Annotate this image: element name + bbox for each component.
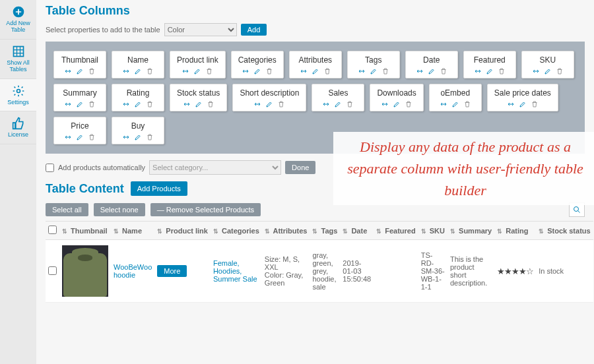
trash-icon[interactable] — [498, 67, 506, 75]
edit-icon[interactable] — [544, 67, 552, 75]
move-icon[interactable] — [182, 67, 189, 75]
trash-icon[interactable] — [146, 67, 154, 75]
column-card[interactable]: Categories — [231, 51, 284, 78]
edit-icon[interactable] — [428, 67, 436, 75]
move-icon[interactable] — [474, 67, 482, 75]
table-header[interactable]: ⇅ Name — [111, 222, 154, 240]
trash-icon[interactable] — [88, 100, 96, 108]
move-icon[interactable] — [322, 100, 330, 108]
trash-icon[interactable] — [381, 67, 389, 75]
move-icon[interactable] — [358, 67, 366, 75]
move-icon[interactable] — [507, 100, 515, 108]
trash-icon[interactable] — [323, 67, 331, 75]
edit-icon[interactable] — [265, 100, 273, 108]
edit-icon[interactable] — [193, 67, 201, 75]
props-dropdown[interactable]: Color — [164, 23, 237, 36]
trash-icon[interactable] — [346, 100, 354, 108]
select-none-button[interactable]: Select none — [94, 203, 145, 216]
move-icon[interactable] — [64, 100, 72, 108]
trash-icon[interactable] — [265, 67, 273, 75]
sidebar-item-show-all[interactable]: Show All Tables — [0, 40, 36, 79]
column-card[interactable]: Rating — [112, 84, 164, 111]
column-card[interactable]: Stock status — [170, 84, 227, 111]
edit-icon[interactable] — [76, 100, 84, 108]
table-header[interactable]: ⇅ SKU — [418, 222, 447, 240]
move-icon[interactable] — [122, 133, 130, 141]
table-header[interactable]: ⇅ Featured — [374, 222, 418, 240]
done-button[interactable]: Done — [285, 161, 315, 174]
edit-icon[interactable] — [134, 67, 142, 75]
remove-selected-button[interactable]: — Remove Selected Products — [150, 203, 261, 216]
table-header[interactable]: ⇅ Rating — [494, 222, 536, 240]
search-button[interactable] — [569, 202, 585, 217]
categories-links[interactable]: Female, Hoodies, Summer Sale — [213, 259, 257, 283]
move-icon[interactable] — [532, 67, 540, 75]
row-checkbox[interactable] — [48, 266, 57, 275]
column-card[interactable]: SKU — [521, 51, 574, 78]
column-card[interactable]: oEmbed — [429, 84, 482, 111]
table-header[interactable]: ⇅ Categories — [211, 222, 262, 240]
column-card[interactable]: Tags — [347, 51, 400, 78]
trash-icon[interactable] — [207, 100, 214, 108]
move-icon[interactable] — [122, 67, 130, 75]
move-icon[interactable] — [416, 67, 424, 75]
column-card[interactable]: Thumbnail — [53, 51, 106, 78]
table-header[interactable]: ⇅ Date — [340, 222, 374, 240]
trash-icon[interactable] — [531, 100, 539, 108]
move-icon[interactable] — [64, 67, 72, 75]
edit-icon[interactable] — [451, 100, 459, 108]
move-icon[interactable] — [183, 100, 191, 108]
trash-icon[interactable] — [146, 133, 154, 141]
table-header[interactable]: ⇅ Thumbnail — [59, 222, 111, 240]
table-header[interactable]: ⇅ Tags — [310, 222, 340, 240]
table-header[interactable]: ⇅ Stock status — [536, 222, 593, 240]
column-card[interactable]: Price — [53, 117, 106, 144]
edit-icon[interactable] — [76, 67, 84, 75]
product-link-more[interactable]: More — [157, 265, 187, 277]
trash-icon[interactable] — [463, 100, 471, 108]
column-card[interactable]: Sales — [312, 84, 364, 111]
trash-icon[interactable] — [205, 67, 213, 75]
column-card[interactable]: Product link — [170, 51, 226, 78]
sidebar-item-add-new[interactable]: Add New Table — [0, 0, 36, 40]
edit-icon[interactable] — [486, 67, 494, 75]
sidebar-item-settings[interactable]: Settings — [0, 79, 36, 112]
auto-add-checkbox[interactable] — [46, 164, 54, 172]
edit-icon[interactable] — [253, 67, 261, 75]
column-card[interactable]: Attributes — [289, 51, 342, 78]
select-all-button[interactable]: Select all — [46, 203, 88, 216]
move-icon[interactable] — [242, 67, 249, 75]
move-icon[interactable] — [381, 100, 389, 108]
add-property-button[interactable]: Add — [241, 24, 267, 36]
edit-icon[interactable] — [195, 100, 203, 108]
column-card[interactable]: Buy — [112, 117, 164, 144]
trash-icon[interactable] — [440, 67, 447, 75]
thumbnail[interactable] — [62, 245, 108, 297]
trash-icon[interactable] — [556, 67, 564, 75]
product-name-link[interactable]: WooBeWoo hoodie — [114, 263, 152, 279]
move-icon[interactable] — [122, 100, 130, 108]
column-card[interactable]: Name — [112, 51, 164, 78]
edit-icon[interactable] — [334, 100, 342, 108]
move-icon[interactable] — [440, 100, 447, 108]
auto-category-select[interactable]: Select category... — [149, 160, 281, 175]
move-icon[interactable] — [300, 67, 308, 75]
table-header[interactable]: ⇅ Attributes — [262, 222, 310, 240]
select-all-checkbox[interactable] — [48, 226, 57, 234]
trash-icon[interactable] — [88, 67, 96, 75]
edit-icon[interactable] — [312, 67, 319, 75]
column-card[interactable]: Sale price dates — [487, 84, 558, 111]
column-card[interactable]: Featured — [463, 51, 516, 78]
add-products-button[interactable]: Add Products — [131, 181, 187, 196]
column-card[interactable]: Downloads — [370, 84, 423, 111]
table-header[interactable]: ⇅ Product link — [154, 222, 211, 240]
edit-icon[interactable] — [370, 67, 378, 75]
column-card[interactable]: Short description — [232, 84, 306, 111]
edit-icon[interactable] — [519, 100, 527, 108]
move-icon[interactable] — [253, 100, 261, 108]
sidebar-item-license[interactable]: License — [0, 111, 36, 144]
trash-icon[interactable] — [146, 100, 154, 108]
edit-icon[interactable] — [134, 100, 142, 108]
column-card[interactable]: Summary — [53, 84, 106, 111]
table-header[interactable]: ⇅ Summary — [447, 222, 494, 240]
